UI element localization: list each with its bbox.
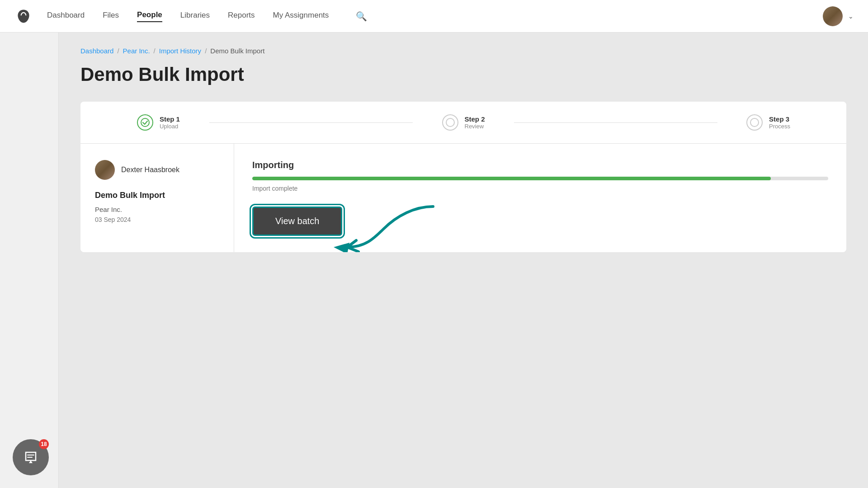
breadcrumb-current: Demo Bulk Import <box>210 47 264 55</box>
step-2-sublabel: Review <box>465 123 485 130</box>
app-logo[interactable] <box>14 7 33 25</box>
svg-point-1 <box>446 118 454 127</box>
import-name: Demo Bulk Import <box>95 191 219 200</box>
avatar-image <box>823 6 843 26</box>
widget-icon <box>22 449 39 466</box>
page-title: Demo Bulk Import <box>80 64 846 85</box>
bottom-widget[interactable]: 18 <box>13 439 49 475</box>
breadcrumb-sep-1: / <box>117 47 119 55</box>
org-name: Pear Inc. <box>95 206 219 213</box>
nav-libraries[interactable]: Libraries <box>180 11 210 22</box>
user-avatar <box>95 160 115 180</box>
notification-badge: 18 <box>39 439 49 449</box>
nav-links: Dashboard Files People Libraries Reports… <box>47 10 823 22</box>
nav-assignments[interactable]: My Assignments <box>273 11 329 22</box>
user-info: Dexter Haasbroek <box>95 160 219 180</box>
step-1-text: Step 1 Upload <box>160 115 180 130</box>
progress-bar <box>252 177 828 180</box>
svg-point-0 <box>141 118 149 127</box>
user-name: Dexter Haasbroek <box>121 166 179 174</box>
import-status: Import complete <box>252 185 828 192</box>
nav-reports[interactable]: Reports <box>228 11 255 22</box>
arrow-annotation <box>325 202 438 252</box>
breadcrumb-pear-inc[interactable]: Pear Inc. <box>123 47 150 55</box>
view-batch-container: View batch <box>252 206 342 236</box>
breadcrumb-sep-2: / <box>154 47 156 55</box>
chevron-down-icon[interactable]: ⌄ <box>848 13 854 20</box>
nav-people[interactable]: People <box>137 10 162 22</box>
step-divider-2 <box>514 122 717 123</box>
search-icon[interactable]: 🔍 <box>356 11 367 22</box>
breadcrumb: Dashboard / Pear Inc. / Import History /… <box>80 47 846 55</box>
step-3-label: Step 3 <box>769 115 790 123</box>
step-3-text: Step 3 Process <box>769 115 790 130</box>
progress-bar-fill <box>252 177 771 180</box>
step-1: Step 1 Upload <box>108 114 209 131</box>
sidebar <box>0 33 59 488</box>
main-layout: Dashboard / Pear Inc. / Import History /… <box>0 33 868 488</box>
avatar[interactable] <box>823 6 843 26</box>
importing-label: Importing <box>252 160 828 170</box>
step-3-sublabel: Process <box>769 123 790 130</box>
breadcrumb-sep-3: / <box>205 47 207 55</box>
steps-card: Step 1 Upload Step 2 Review <box>80 102 846 252</box>
content-area: Dashboard / Pear Inc. / Import History /… <box>59 33 868 488</box>
nav-files[interactable]: Files <box>103 11 119 22</box>
svg-point-2 <box>750 118 759 127</box>
navbar: Dashboard Files People Libraries Reports… <box>0 0 868 33</box>
step-2-icon <box>442 114 458 131</box>
right-panel: Importing Import complete View batch <box>234 144 846 252</box>
step-1-label: Step 1 <box>160 115 180 123</box>
step-1-icon <box>137 114 153 131</box>
left-panel: Dexter Haasbroek Demo Bulk Import Pear I… <box>80 144 234 252</box>
import-date: 03 Sep 2024 <box>95 216 219 223</box>
nav-dashboard[interactable]: Dashboard <box>47 11 85 22</box>
step-2-label: Step 2 <box>465 115 485 123</box>
step-2-text: Step 2 Review <box>465 115 485 130</box>
svg-marker-3 <box>334 243 349 252</box>
step-1-sublabel: Upload <box>160 123 180 130</box>
breadcrumb-dashboard[interactable]: Dashboard <box>80 47 113 55</box>
nav-right: ⌄ <box>823 6 854 26</box>
steps-header: Step 1 Upload Step 2 Review <box>80 102 846 144</box>
content-body: Dexter Haasbroek Demo Bulk Import Pear I… <box>80 144 846 252</box>
step-3-icon <box>746 114 763 131</box>
step-divider-1 <box>209 122 413 123</box>
step-2: Step 2 Review <box>413 114 514 131</box>
breadcrumb-import-history[interactable]: Import History <box>159 47 201 55</box>
step-3: Step 3 Process <box>717 114 819 131</box>
